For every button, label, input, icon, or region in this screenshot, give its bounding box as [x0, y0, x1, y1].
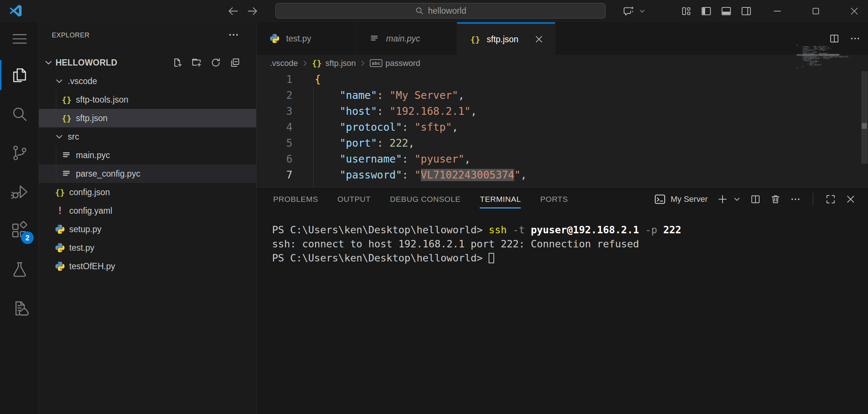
line-number: 3	[257, 103, 292, 119]
explorer-toolbar	[172, 57, 241, 68]
file-name: parse_config.pyc	[76, 169, 140, 179]
split-terminal-button[interactable]	[750, 194, 761, 205]
workspace-name: HELLOWORLD	[56, 58, 117, 68]
activity-item-explorer[interactable]	[0, 56, 39, 94]
tree-item-src[interactable]: src	[39, 127, 256, 146]
new-terminal-button[interactable]	[717, 193, 728, 205]
file-name: test.py	[69, 243, 94, 253]
tab-label: main.pyc	[386, 34, 420, 44]
python-file-icon	[54, 243, 66, 253]
minimap[interactable]: { "name": "My Server", "host": "192.168.…	[797, 44, 839, 69]
yaml-file-icon: !	[54, 205, 66, 216]
activity-item-search[interactable]	[0, 94, 39, 133]
toggle-secondary-sidebar-button[interactable]	[736, 1, 756, 21]
editor-scrollbar[interactable]	[861, 71, 868, 164]
json-file-icon: {}	[54, 188, 66, 197]
code-line-1: 1{	[257, 71, 868, 87]
bottom-panel: PROBLEMSOUTPUTDEBUG CONSOLETERMINALPORTS…	[257, 187, 868, 414]
file-name: setup.py	[69, 224, 101, 234]
panel-tab-ports[interactable]: PORTS	[540, 187, 568, 211]
editor-more-actions-button[interactable]	[849, 33, 861, 44]
customize-layout-button[interactable]	[676, 1, 696, 21]
activity-item-run-and-debug[interactable]	[0, 172, 39, 211]
new-folder-button[interactable]	[191, 57, 202, 68]
title-bar: helloworld	[0, 0, 868, 22]
tree-item-.vscode[interactable]: .vscode	[39, 72, 256, 90]
remote-files-icon	[10, 299, 29, 318]
kill-terminal-button[interactable]	[770, 194, 781, 205]
menu-icon	[10, 30, 29, 48]
copilot-icon[interactable]	[619, 1, 639, 21]
explorer-more-actions-button[interactable]	[228, 29, 239, 41]
explorer-title: EXPLORER	[52, 31, 90, 39]
terminal-line: PS C:\Users\ken\Desktop\helloworld> ssh …	[272, 223, 857, 237]
code-editor[interactable]: 1{2 "name": "My Server",3 "host": "192.1…	[257, 71, 868, 187]
line-number: 1	[257, 71, 292, 87]
collapse-all-button[interactable]	[229, 57, 241, 68]
panel-tab-debug-console[interactable]: DEBUG CONSOLE	[390, 187, 460, 211]
activity-item-menu[interactable]	[0, 22, 39, 56]
window-close-button[interactable]	[844, 1, 864, 21]
panel-tab-problems[interactable]: PROBLEMS	[273, 187, 318, 211]
breadcrumb-item[interactable]: .vscode	[270, 59, 298, 68]
activity-item-extensions[interactable]: 2	[0, 211, 39, 250]
activity-item-testing[interactable]	[0, 250, 39, 289]
tree-item-parse_config.pyc[interactable]: parse_config.pyc	[39, 164, 256, 183]
window-maximize-button[interactable]	[806, 1, 826, 21]
terminal-output[interactable]: PS C:\Users\ken\Desktop\helloworld> ssh …	[272, 223, 857, 265]
terminal-name: My Server	[671, 194, 708, 204]
activity-item-source-control[interactable]	[0, 133, 39, 172]
terminal-toolbar: My Server	[654, 187, 856, 211]
refresh-button[interactable]	[210, 57, 221, 68]
new-file-button[interactable]	[172, 57, 183, 68]
file-name: main.pyc	[76, 150, 110, 160]
breadcrumb-item[interactable]: password	[385, 59, 420, 68]
breadcrumb-item[interactable]: sftp.json	[325, 59, 356, 68]
panel-more-actions-button[interactable]	[790, 194, 801, 205]
copilot-menu-chevron-icon[interactable]	[639, 7, 646, 15]
tree-item-main.pyc[interactable]: main.pyc	[39, 146, 256, 164]
launch-profile-chevron-icon[interactable]	[733, 195, 741, 203]
line-number: 6	[257, 151, 292, 167]
tab-sftp.json[interactable]: {}sftp.json	[457, 22, 555, 55]
nav-forward-button[interactable]	[245, 4, 260, 19]
tree-item-testOfEH.py[interactable]: testOfEH.py	[39, 257, 256, 276]
panel-tab-output[interactable]: OUTPUT	[338, 187, 371, 211]
line-number: 7	[257, 167, 292, 183]
code-line-6: 6 "username": "pyuser",	[257, 151, 868, 167]
tab-test.py[interactable]: test.py	[257, 22, 356, 55]
tree-item-test.py[interactable]: test.py	[39, 238, 256, 257]
pyc-file-icon	[61, 150, 72, 160]
toggle-panel-button[interactable]	[716, 1, 736, 21]
maximize-panel-button[interactable]	[825, 194, 836, 205]
tab-label: test.py	[286, 34, 311, 44]
chevron-down-icon	[44, 58, 53, 67]
chevron-down-icon	[54, 132, 65, 141]
line-number: 5	[257, 135, 292, 151]
close-panel-button[interactable]	[845, 194, 856, 205]
file-name: sftp.json	[76, 113, 108, 123]
activity-item-sftp-explorer[interactable]	[0, 289, 39, 328]
vscode-logo-icon	[8, 3, 23, 18]
tree-item-setup.py[interactable]: setup.py	[39, 220, 256, 238]
source-control-icon	[10, 143, 29, 163]
file-name: .vscode	[68, 76, 97, 86]
panel-tab-terminal[interactable]: TERMINAL	[480, 187, 521, 211]
window-minimize-button[interactable]	[767, 1, 787, 21]
tree-item-sftp.json[interactable]: {}sftp.json	[39, 109, 256, 127]
file-name: sftp-tools.json	[76, 95, 128, 105]
command-center-search[interactable]: helloworld	[275, 3, 606, 19]
close-tab-button[interactable]	[534, 34, 544, 44]
split-editor-button[interactable]	[829, 33, 840, 44]
json-file-icon: {}	[312, 59, 322, 68]
beaker-icon	[10, 260, 29, 279]
terminal-instance[interactable]: My Server	[654, 193, 708, 206]
toggle-sidebar-button[interactable]	[696, 1, 716, 21]
code-line-2: 2 "name": "My Server",	[257, 87, 868, 103]
tree-item-config.yaml[interactable]: !config.yaml	[39, 201, 256, 220]
nav-back-button[interactable]	[226, 4, 241, 19]
tab-main.pyc[interactable]: main.pyc	[356, 22, 457, 55]
tree-item-sftp-tools.json[interactable]: {}sftp-tools.json	[39, 90, 256, 109]
tree-item-config.json[interactable]: {}config.json	[39, 183, 256, 201]
workspace-section-header[interactable]: HELLOWORLD	[39, 54, 256, 71]
